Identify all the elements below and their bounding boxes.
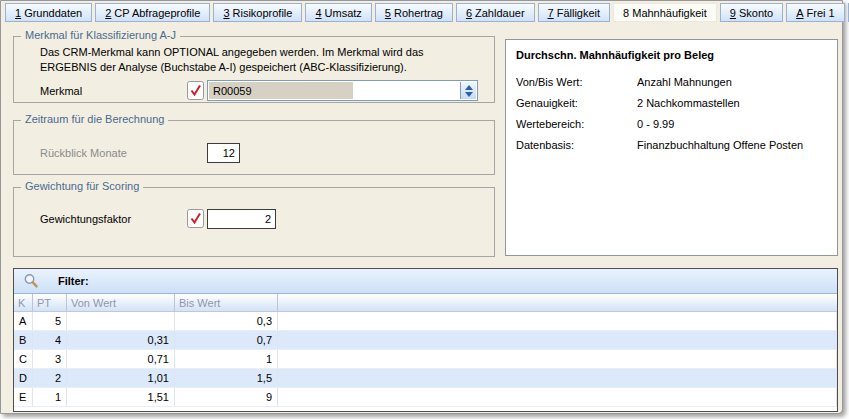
tab-shortcut-key: 9 — [730, 7, 736, 19]
info-panel: Durchschn. Mahnhäufigkeit pro Beleg Von/… — [505, 39, 838, 256]
info-row-label: Datenbasis: — [516, 139, 637, 151]
grid-cell: 1,5 — [175, 369, 278, 387]
grid-cell — [278, 331, 837, 349]
grid-header-k[interactable]: K — [14, 294, 33, 311]
grid-header-bis-wert[interactable]: Bis Wert — [175, 294, 278, 311]
tab-label: Frei 1 — [807, 7, 835, 19]
tab-label: Skonto — [739, 7, 773, 19]
app-window: 1Grunddaten2CP Abfrageprofile3Risikoprof… — [0, 0, 843, 414]
info-rows: Von/Bis Wert:Anzahl MahnungenGenauigkeit… — [516, 71, 829, 155]
spinner-up-icon[interactable] — [465, 85, 473, 90]
grid-row-d[interactable]: D21,011,5 — [14, 369, 837, 388]
info-row: Wertebereich:0 - 9.99 — [516, 113, 829, 134]
tab-shortcut-key: 7 — [548, 7, 554, 19]
info-row: Datenbasis:Finanzbuchhaltung Offene Post… — [516, 134, 829, 155]
grid-row-e[interactable]: E11,519 — [14, 388, 837, 407]
tab-zahldauer[interactable]: 6Zahldauer — [456, 3, 535, 22]
grid-cell: 5 — [33, 312, 67, 330]
info-row-value: Anzahl Mahnungen — [637, 76, 829, 88]
grid-header-pt[interactable]: PT — [33, 294, 67, 311]
grid-cell: C — [14, 350, 33, 368]
magnifier-icon[interactable] — [23, 273, 39, 289]
grid-body: A50,3B40,310,7C30,711D21,011,5E11,519 — [14, 312, 837, 407]
tab-shortcut-key: 8 — [623, 7, 629, 19]
groupbox-merkmal: Merkmal für Klassifizierung A-J Das CRM-… — [13, 36, 495, 103]
info-row-value: 2 Nachkommastellen — [637, 97, 829, 109]
rueckblick-monate-input[interactable] — [207, 143, 240, 163]
grid-cell: 1,51 — [67, 388, 175, 406]
grid-header-filler — [278, 294, 837, 311]
tab-shortcut-key: A — [796, 7, 803, 19]
tab-f-lligkeit[interactable]: 7Fälligkeit — [538, 3, 611, 22]
grid-cell — [278, 312, 837, 330]
grid-row-a[interactable]: A50,3 — [14, 312, 837, 331]
grid-cell: 1,01 — [67, 369, 175, 387]
grid-header-von-wert[interactable]: Von Wert — [67, 294, 175, 311]
info-row-label: Von/Bis Wert: — [516, 76, 637, 88]
grid-cell — [278, 350, 837, 368]
tab-label: Umsatz — [325, 7, 362, 19]
tab-bar: 1Grunddaten2CP Abfrageprofile3Risikoprof… — [5, 3, 849, 22]
grid-header: KPTVon WertBis Wert — [14, 294, 837, 312]
tab-umsatz[interactable]: 4Umsatz — [305, 3, 371, 22]
merkmal-row: Merkmal R00059 — [40, 80, 480, 101]
modified-checkbox-icon[interactable] — [187, 209, 205, 229]
tab-shortcut-key: 5 — [385, 7, 391, 19]
filter-bar[interactable]: Filter: — [14, 269, 837, 294]
classification-grid-panel: Filter: KPTVon WertBis Wert A50,3B40,310… — [13, 268, 838, 412]
grid-cell: B — [14, 331, 33, 349]
rueckblick-monate-label: Rückblick Monate — [40, 147, 207, 159]
tab-shortcut-key: 3 — [223, 7, 229, 19]
grid-cell: 1 — [175, 350, 278, 368]
info-row-label: Genauigkeit: — [516, 97, 637, 109]
grid-cell: 0,3 — [175, 312, 278, 330]
grid-cell: 3 — [33, 350, 67, 368]
grid-cell: 0,71 — [67, 350, 175, 368]
tab-grunddaten[interactable]: 1Grunddaten — [5, 3, 92, 22]
tab-shortcut-key: 4 — [315, 7, 321, 19]
grid-row-b[interactable]: B40,310,7 — [14, 331, 837, 350]
grid-row-c[interactable]: C30,711 — [14, 350, 837, 369]
tab-label: Fälligkeit — [557, 7, 600, 19]
tab-rohertrag[interactable]: 5Rohertrag — [375, 3, 453, 22]
groupbox-gewichtung: Gewichtung für Scoring Gewichtungsfaktor — [13, 187, 495, 257]
tab-skonto[interactable]: 9Skonto — [720, 3, 783, 22]
merkmal-combo-input[interactable]: R00059 — [207, 80, 478, 101]
merkmal-combo-value: R00059 — [209, 82, 353, 99]
grid-cell: 0,31 — [67, 331, 175, 349]
gewichtungsfaktor-input[interactable] — [207, 209, 276, 229]
tab-risikoprofile[interactable]: 3Risikoprofile — [213, 3, 302, 22]
tab-cp-abfrageprofile[interactable]: 2CP Abfrageprofile — [95, 3, 210, 22]
groupbox-zeitraum-title: Zeitraum für die Berechnung — [21, 113, 168, 125]
tab-label: CP Abfrageprofile — [114, 7, 200, 19]
tab-mahnh-ufigkeit[interactable]: 8Mahnhäufigkeit — [613, 3, 717, 22]
groupbox-merkmal-title: Merkmal für Klassifizierung A-J — [21, 29, 180, 41]
grid-cell: 2 — [33, 369, 67, 387]
merkmal-description: Das CRM-Merkmal kann OPTIONAL angegeben … — [40, 45, 478, 75]
info-row-value: 0 - 9.99 — [637, 118, 829, 130]
info-row-value: Finanzbuchhaltung Offene Posten — [637, 139, 829, 151]
tab-label: Grunddaten — [24, 7, 82, 19]
filter-label: Filter: — [58, 275, 89, 287]
grid-cell: 9 — [175, 388, 278, 406]
grid-cell — [278, 388, 837, 406]
grid-cell: 0,7 — [175, 331, 278, 349]
tab-label: Mahnhäufigkeit — [632, 7, 707, 19]
spinner-down-icon[interactable] — [465, 92, 473, 97]
grid-cell — [278, 369, 837, 387]
spinner-updown-icon[interactable] — [460, 82, 476, 99]
merkmal-label: Merkmal — [40, 85, 187, 97]
tab-shortcut-key: 6 — [466, 7, 472, 19]
groupbox-zeitraum: Zeitraum für die Berechnung Rückblick Mo… — [13, 120, 495, 175]
grid-cell: A — [14, 312, 33, 330]
modified-checkbox-icon[interactable] — [187, 81, 205, 101]
info-row: Von/Bis Wert:Anzahl Mahnungen — [516, 71, 829, 92]
tab-label: Rohertrag — [394, 7, 443, 19]
tab-label: Zahldauer — [475, 7, 525, 19]
tab-frei-1[interactable]: AFrei 1 — [786, 3, 844, 22]
tab-shortcut-key: 1 — [15, 7, 21, 19]
info-row: Genauigkeit:2 Nachkommastellen — [516, 92, 829, 113]
info-panel-title: Durchschn. Mahnhäufigkeit pro Beleg — [516, 49, 714, 61]
rueckblick-row: Rückblick Monate — [40, 143, 480, 163]
grid-cell: D — [14, 369, 33, 387]
